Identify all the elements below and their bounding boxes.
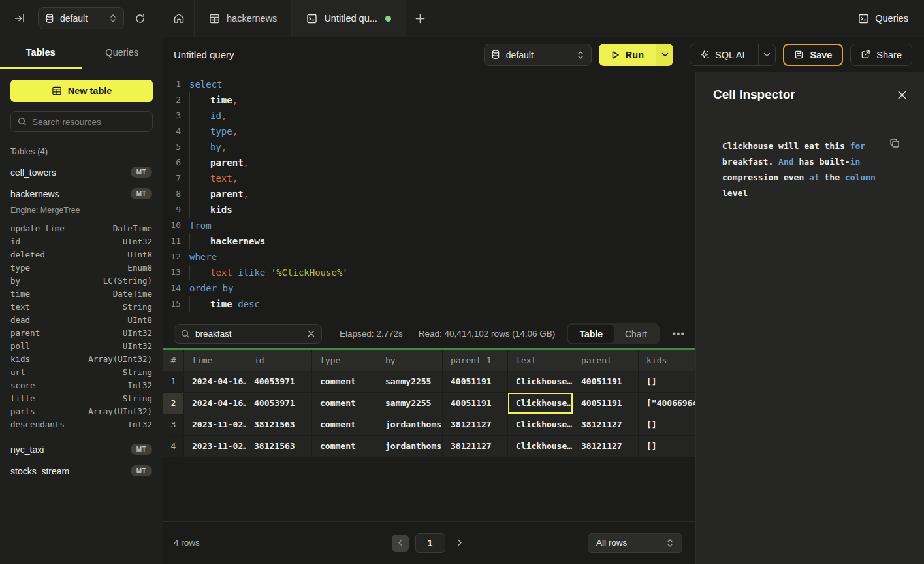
page-size-selector[interactable]: All rows [588,533,682,553]
table-cell[interactable]: 2023-11-02… [184,436,246,457]
share-button[interactable]: Share [850,44,912,66]
table-cell[interactable]: 38121127 [443,414,508,436]
queries-shortcut[interactable]: Queries [858,0,908,37]
sql-ai-options-button[interactable] [758,44,775,65]
sidebar-tab-queries[interactable]: Queries [82,37,163,69]
view-toggle-chart[interactable]: Chart [614,325,658,343]
new-table-button[interactable]: New table [10,80,153,102]
column-header-kids[interactable]: kids [639,350,695,371]
table-cell[interactable]: 40051191 [443,371,508,393]
column-header-time[interactable]: time [184,350,246,371]
collapse-sidebar-button[interactable] [14,13,25,24]
sidebar-table-nyc_taxi[interactable]: nyc_taxiMT [0,439,163,460]
database-selector[interactable]: default [38,7,124,29]
table-cell[interactable]: Clickhouse… [508,436,573,457]
table-cell[interactable]: 40053971 [246,371,312,393]
row-number[interactable]: 2 [163,393,184,414]
table-cell[interactable]: 40051191 [573,371,639,393]
more-options-icon[interactable]: ••• [669,328,688,340]
table-cell[interactable]: [] [639,414,695,436]
view-toggle-table[interactable]: Table [568,325,614,343]
table-cell[interactable]: 38121563 [246,436,312,457]
table-cell[interactable]: Clickhouse… [508,371,573,393]
table-cell[interactable]: comment [312,414,377,436]
read-stat: Read: 40,414,102 rows (14.06 GB) [419,329,555,339]
column-name: update_time [10,224,65,233]
table-cell[interactable]: comment [312,371,377,393]
sql-ai-button[interactable]: SQL AI [690,44,752,65]
cell-content: Clickhouse will eat this for breakfast. … [722,139,889,201]
table-cell[interactable]: jordanthoms [377,414,443,436]
next-page-button[interactable] [452,535,468,552]
table-cell[interactable]: sammy2255 [377,371,443,393]
column-type: String [123,302,152,312]
clear-search-icon[interactable] [308,330,315,337]
row-number[interactable]: 4 [163,436,184,457]
sidebar-table-hackernews[interactable]: hackernewsMT [0,183,163,205]
column-type: UInt32 [123,237,152,246]
table-cell[interactable]: sammy2255 [377,393,443,414]
table-cell-selected[interactable]: Clickhouse… [508,393,573,414]
table-column-row: kidsArray(UInt32) [0,352,163,365]
table-cell[interactable]: 38121127 [573,436,639,457]
table-cell[interactable]: 38121127 [573,414,639,436]
copy-cell-button[interactable] [889,138,900,148]
results-toolbar: Elapsed: 2.772s Read: 40,414,102 rows (1… [163,320,695,347]
save-button[interactable]: Save [783,44,843,66]
database-icon [491,50,500,59]
column-name: poll [10,341,30,351]
table-cell[interactable]: 38121563 [246,414,312,436]
table-cell[interactable]: 40053971 [246,393,312,414]
table-cell[interactable]: 2024-04-16… [184,371,246,393]
code-line: 4type, [163,124,695,139]
column-header-text[interactable]: text [508,350,573,371]
column-header-type[interactable]: type [312,350,377,371]
tab-hackernews[interactable]: hackernews [195,0,292,37]
sql-editor[interactable]: 1select2time,3id,4type,5by,6parent,7text… [163,72,695,320]
column-header-num[interactable]: # [163,350,184,371]
table-cell[interactable]: comment [312,393,377,414]
row-number[interactable]: 1 [163,371,184,393]
line-number: 1 [163,76,189,92]
table-cell[interactable]: jordanthoms [377,436,443,457]
close-inspector-button[interactable] [897,90,907,100]
results-search-input[interactable] [195,329,302,339]
run-options-button[interactable] [656,44,673,66]
table-cell[interactable]: ["40066964… [639,393,695,414]
line-number: 2 [163,92,189,108]
table-cell[interactable]: 40051191 [443,393,508,414]
sidebar-table-stocks_stream[interactable]: stocks_streamMT [0,460,163,482]
sidebar-tab-tables[interactable]: Tables [0,37,82,69]
query-database-selector[interactable]: default [484,44,592,66]
tables-list: cell_towersMThackernewsMTEngine: MergeTr… [0,161,163,482]
run-button[interactable]: Run [599,44,656,66]
sidebar-table-cell_towers[interactable]: cell_towersMT [0,161,163,183]
column-type: Enum8 [127,263,152,273]
table-cell[interactable]: [] [639,436,695,457]
tab-home[interactable] [163,0,195,37]
table-cell[interactable]: comment [312,436,377,457]
row-number[interactable]: 3 [163,414,184,436]
table-cell[interactable]: Clickhouse… [508,414,573,436]
code-line: 7text, [163,171,695,186]
table-cell[interactable]: 38121127 [443,436,508,457]
column-header-parent[interactable]: parent [573,350,639,371]
tab-untitled-query[interactable]: Untitled qu... [292,0,406,37]
table-cell[interactable]: [] [639,371,695,393]
table-icon [52,86,62,96]
cell-inspector-title: Cell Inspector [713,88,795,102]
page-number[interactable]: 1 [415,533,445,553]
column-header-id[interactable]: id [246,350,312,371]
table-cell[interactable]: 40051191 [573,393,639,414]
table-cell[interactable]: 2024-04-16… [184,393,246,414]
table-cell[interactable]: 2023-11-02… [184,414,246,436]
topbar-left: default [0,0,163,37]
search-resources-input[interactable] [32,117,146,127]
refresh-button[interactable] [135,13,146,24]
column-header-parent_1[interactable]: parent_1 [443,350,508,371]
new-tab-button[interactable] [406,0,435,37]
line-number: 12 [163,249,189,265]
code-content: kids [189,202,232,218]
column-header-by[interactable]: by [377,350,443,371]
previous-page-button[interactable] [392,535,409,552]
